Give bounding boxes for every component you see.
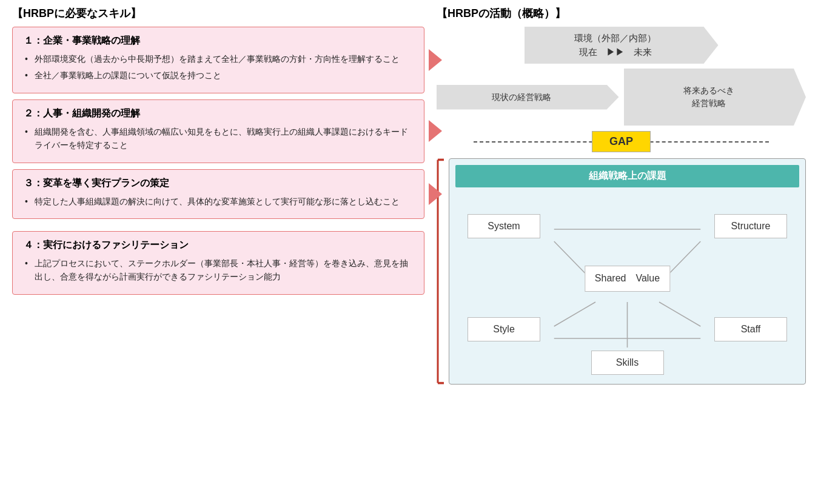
strategy-future-box: 将来あるべき経営戦略 <box>624 69 806 126</box>
svg-line-6 <box>659 302 700 326</box>
skill-card-1: １：企業・事業戦略の理解 外部環境変化（過去から中長期予想）を踏まえて全社／事業… <box>12 27 424 93</box>
skill-card-3-title: ３：変革を導く実行プランの策定 <box>24 177 413 190</box>
framework-section: 組織戦略上の課題 <box>437 158 806 385</box>
seven-s-container: System Structure Shared Value Style <box>455 196 799 378</box>
structure-box: Structure <box>714 214 787 238</box>
skill-card-1-list: 外部環境変化（過去から中長期予想）を踏まえて全社／事業戦略の方針・方向性を理解す… <box>24 52 413 82</box>
skill-card-2: ２：人事・組織開発の理解 組織開発を含む、人事組織領域の幅広い知見をもとに、戦略… <box>12 99 424 163</box>
strategy-future-text: 将来あるべき経営戦略 <box>634 84 785 110</box>
list-item: 組織開発を含む、人事組織領域の幅広い知見をもとに、戦略実行上の組織人事課題におけ… <box>24 125 413 152</box>
strategy-current-box: 現状の経営戦略 <box>437 85 619 110</box>
right-section: 【HRBPの活動（概略）】 環境（外部／内部） 現在 ▶▶ 未来 現状の経営戦略… <box>437 6 806 385</box>
gap-section: GAP <box>437 130 806 152</box>
right-section-title: 【HRBPの活動（概略）】 <box>437 6 806 21</box>
skill-card-2-title: ２：人事・組織開発の理解 <box>24 107 413 120</box>
left-section-title: 【HRBPに必要なスキル】 <box>12 6 424 21</box>
skill-card-4: ４：実行におけるファシリテーション 上記プロセスにおいて、ステークホルダー（事業… <box>12 231 424 295</box>
strategy-row: 現状の経営戦略 将来あるべき経営戦略 <box>437 69 806 126</box>
list-item: 全社／事業戦略上の課題について仮説を持つこと <box>24 69 413 82</box>
svg-line-5 <box>554 302 595 326</box>
system-box: System <box>468 214 540 238</box>
environment-arrow: 環境（外部／内部） 現在 ▶▶ 未来 <box>525 27 719 64</box>
gap-box: GAP <box>592 131 651 152</box>
skill-card-2-list: 組織開発を含む、人事組織領域の幅広い知見をもとに、戦略実行上の組織人事課題におけ… <box>24 125 413 152</box>
list-item: 上記プロセスにおいて、ステークホルダー（事業部長・本社人事・経営等）を巻き込み、… <box>24 257 413 284</box>
framework-area: 組織戦略上の課題 <box>449 158 806 385</box>
list-item: 外部環境変化（過去から中長期予想）を踏まえて全社／事業戦略の方針・方向性を理解す… <box>24 52 413 66</box>
shared-value-box: Shared Value <box>585 266 670 292</box>
left-section: 【HRBPに必要なスキル】 １：企業・事業戦略の理解 外部環境変化（過去から中長… <box>12 6 424 385</box>
skill-card-3: ３：変革を導く実行プランの策定 特定した人事組織課題の解決に向けて、具体的な変革… <box>12 169 424 219</box>
style-box: Style <box>468 317 540 341</box>
skills-box: Skills <box>591 351 664 375</box>
env-line1: 環境（外部／内部） 現在 ▶▶ 未来 <box>537 32 694 59</box>
skill-card-4-list: 上記プロセスにおいて、ステークホルダー（事業部長・本社人事・経営等）を巻き込み、… <box>24 257 413 284</box>
list-item: 特定した人事組織課題の解決に向けて、具体的な変革施策として実行可能な形に落とし込… <box>24 195 413 208</box>
skill-card-4-title: ４：実行におけるファシリテーション <box>24 239 413 252</box>
skill-card-1-title: １：企業・事業戦略の理解 <box>24 35 413 47</box>
skill-card-3-list: 特定した人事組織課題の解決に向けて、具体的な変革施策として実行可能な形に落とし込… <box>24 195 413 208</box>
staff-box: Staff <box>714 317 787 341</box>
org-challenge-header: 組織戦略上の課題 <box>455 165 799 187</box>
strategy-current-text: 現状の経営戦略 <box>446 91 597 104</box>
environment-arrow-container: 環境（外部／内部） 現在 ▶▶ 未来 <box>437 27 806 64</box>
